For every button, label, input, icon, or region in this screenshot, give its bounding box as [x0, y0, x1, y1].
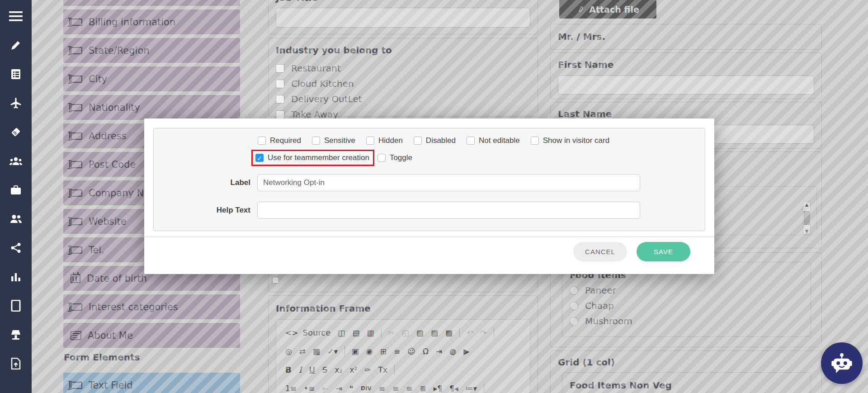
- field-bar[interactable]: State/Region: [63, 38, 240, 63]
- forms-button[interactable]: [6, 64, 26, 84]
- source-icon[interactable]: <>: [282, 328, 302, 338]
- decrease-indent-icon[interactable]: ⇤: [318, 384, 332, 393]
- field-bar[interactable]: Billing information: [63, 9, 240, 34]
- checkbox[interactable]: [366, 137, 374, 145]
- align-left-icon[interactable]: ≡: [375, 384, 389, 393]
- align-center-icon[interactable]: ≡: [389, 384, 402, 393]
- divider-icon[interactable]: [459, 328, 460, 338]
- devices-button[interactable]: [6, 296, 26, 316]
- team-button[interactable]: [6, 209, 26, 229]
- source-label[interactable]: Source: [302, 328, 335, 338]
- youtube-icon[interactable]: ▶: [460, 346, 473, 356]
- undo-icon[interactable]: ↶: [463, 328, 476, 338]
- divider-icon[interactable]: [394, 365, 395, 375]
- team-creation-checkbox[interactable]: [255, 154, 264, 162]
- image-icon[interactable]: ▣: [348, 346, 363, 356]
- job-title-input[interactable]: [276, 8, 530, 28]
- spellcheck-icon[interactable]: ✓▾: [324, 346, 341, 356]
- attach-file-button[interactable]: Attach file: [559, 0, 656, 19]
- kiosk-button[interactable]: [6, 325, 26, 345]
- paste-icon[interactable]: ▧: [413, 328, 427, 338]
- bulleted-list-icon[interactable]: •≡: [300, 384, 318, 393]
- radio-button[interactable]: [570, 286, 578, 295]
- toggle-option[interactable]: Toggle: [377, 153, 412, 162]
- cancel-button[interactable]: CANCEL: [573, 242, 627, 261]
- paste-from-word-icon[interactable]: ▩: [442, 328, 456, 338]
- numbered-list-icon[interactable]: 1≡: [282, 384, 300, 393]
- cut-icon[interactable]: ✂: [385, 328, 398, 338]
- copy-icon[interactable]: ◱: [398, 328, 413, 338]
- replace-icon[interactable]: ⇄: [296, 346, 309, 356]
- flash-icon[interactable]: ◉: [363, 346, 377, 356]
- horizontal-rule-icon[interactable]: ≡: [390, 346, 404, 356]
- jobs-button[interactable]: [6, 180, 26, 200]
- page-break-icon[interactable]: ⇥: [432, 346, 446, 356]
- designer-button[interactable]: [6, 35, 26, 55]
- label-input[interactable]: [257, 174, 640, 191]
- paste-as-text-icon[interactable]: ▨: [427, 328, 442, 338]
- select-all-icon[interactable]: ▦: [309, 346, 324, 356]
- flag-option[interactable]: Required: [258, 136, 301, 145]
- table-icon[interactable]: ⊞: [377, 346, 390, 356]
- italic-icon[interactable]: I: [295, 365, 306, 375]
- save-button[interactable]: SAVE: [637, 242, 690, 261]
- flag-option[interactable]: Sensitive: [312, 136, 355, 145]
- radio-button[interactable]: [570, 302, 578, 310]
- flag-option[interactable]: Hidden: [366, 136, 403, 145]
- divider-icon[interactable]: [344, 346, 345, 356]
- checkbox[interactable]: [531, 137, 539, 145]
- flag-option[interactable]: Not editable: [467, 136, 520, 145]
- checkbox[interactable]: [276, 95, 284, 104]
- scroll-up-icon[interactable]: ▲: [805, 203, 808, 207]
- justify-icon[interactable]: ≣: [416, 384, 429, 393]
- import-button[interactable]: [6, 354, 26, 374]
- checkbox[interactable]: [276, 64, 284, 73]
- div-container-icon[interactable]: DIV: [357, 384, 375, 393]
- analytics-button[interactable]: [6, 267, 26, 287]
- divider-icon[interactable]: [484, 384, 484, 393]
- text-direction-rtl-icon[interactable]: ¶◂: [446, 384, 462, 393]
- strikethrough-icon[interactable]: S: [319, 365, 331, 375]
- iframe-icon[interactable]: ◍: [446, 346, 460, 356]
- field-bar[interactable]: Text Field: [63, 373, 240, 393]
- checkbox[interactable]: [276, 80, 284, 88]
- toggle-checkbox[interactable]: [377, 154, 386, 162]
- blockquote-icon[interactable]: ❝: [346, 384, 357, 393]
- deals-button[interactable]: [6, 122, 26, 142]
- checkbox[interactable]: [272, 277, 279, 284]
- help-text-input[interactable]: [257, 202, 640, 219]
- scrollbar-thumb[interactable]: [804, 211, 810, 225]
- checkbox[interactable]: [258, 137, 266, 145]
- textarea-scrollbar[interactable]: ▲ ▼: [803, 202, 811, 234]
- scroll-down-icon[interactable]: ▼: [805, 229, 808, 233]
- checkbox[interactable]: [312, 137, 320, 145]
- checkbox[interactable]: [276, 110, 284, 119]
- bold-icon[interactable]: B: [282, 365, 295, 375]
- superscript-icon[interactable]: x²: [346, 365, 361, 375]
- field-bar[interactable]: Nationality: [63, 95, 240, 120]
- find-icon[interactable]: ◎: [282, 346, 296, 356]
- print-icon[interactable]: ▤: [349, 328, 363, 338]
- checkbox[interactable]: [467, 137, 475, 145]
- field-bar[interactable]: City: [63, 66, 240, 91]
- flag-option[interactable]: Show in visitor card: [531, 136, 609, 145]
- preview-icon[interactable]: ◫: [334, 328, 349, 338]
- smiley-icon[interactable]: ☺: [404, 346, 419, 356]
- field-bar[interactable]: [63, 0, 240, 6]
- field-bar[interactable]: Interest categories: [63, 294, 240, 319]
- copy-formatting-icon[interactable]: ✑: [361, 365, 374, 375]
- contacts-button[interactable]: [6, 151, 26, 171]
- chatbot-button[interactable]: [821, 342, 863, 384]
- subscript-icon[interactable]: x₂: [331, 365, 346, 375]
- share-button[interactable]: [6, 238, 26, 258]
- radio-button[interactable]: [570, 317, 578, 326]
- increase-indent-icon[interactable]: ⇥: [332, 384, 346, 393]
- underline-icon[interactable]: U: [306, 365, 319, 375]
- remove-format-icon[interactable]: Tx: [375, 365, 391, 375]
- redo-icon[interactable]: ↷: [476, 328, 490, 338]
- first-name-input[interactable]: [558, 76, 814, 95]
- menu-button[interactable]: [6, 6, 26, 26]
- field-bar[interactable]: About Me: [63, 323, 240, 348]
- align-right-icon[interactable]: ≡: [402, 384, 416, 393]
- special-char-icon[interactable]: Ω: [419, 346, 432, 356]
